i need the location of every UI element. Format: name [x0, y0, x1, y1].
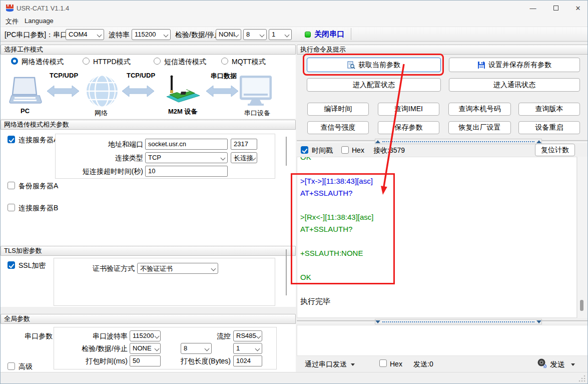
compile-time-label: 编译时间 [324, 105, 352, 114]
get-current-params-button[interactable]: 获取当前参数 [307, 58, 441, 72]
server-b-label[interactable]: 连接服务器B [19, 204, 58, 213]
radio-net-transparent-label[interactable]: 网络透传模式 [22, 58, 64, 67]
resize-grip-icon[interactable] [578, 375, 585, 382]
send-speaker-icon[interactable] [537, 357, 548, 368]
send-dropdown-arrow-icon[interactable] [571, 363, 575, 366]
com-port-select[interactable]: COM4 [66, 29, 104, 40]
get-current-params-label: 获取当前参数 [358, 61, 400, 70]
query-phone-number-button[interactable]: 查询本机号码 [448, 103, 511, 116]
query-signal-label: 查信号强度 [321, 123, 356, 132]
chevron-down-icon [155, 346, 160, 351]
baud-select[interactable]: 115200 [132, 29, 171, 40]
backup-server-a-checkbox[interactable] [8, 182, 15, 189]
radio-mqtt[interactable] [221, 58, 228, 65]
pack-time-input[interactable]: 50 [130, 355, 161, 366]
ssl-checkbox[interactable] [8, 261, 15, 269]
uart-parity-select[interactable]: NONE [130, 343, 161, 354]
send-button[interactable]: 发送 [550, 360, 565, 369]
close-port-button[interactable]: 关闭串口 [314, 30, 344, 39]
close-button[interactable]: ✕ [567, 1, 588, 16]
log-line: OK [300, 157, 576, 165]
query-imei-button[interactable]: 查询IMEI [378, 103, 439, 116]
uart-databits-select[interactable]: 8 [181, 343, 212, 354]
device-restart-button[interactable]: 设备重启 [518, 121, 580, 134]
server-port-input[interactable]: 2317 [231, 139, 257, 150]
reset-counter-button[interactable]: 复位计数 [535, 144, 575, 156]
server-a-checkbox[interactable] [8, 136, 15, 143]
ssl-label[interactable]: SSL加密 [19, 261, 46, 270]
uart-baud-select[interactable]: 115200 [130, 330, 161, 341]
maximize-button[interactable] [545, 1, 567, 16]
left-panel-scrollbar[interactable] [286, 249, 287, 295]
tls-title: TLS加密参数 [4, 246, 42, 255]
chevron-down-icon [97, 33, 102, 38]
server-b-checkbox[interactable] [8, 204, 15, 211]
recv-count: 接收:3579 [373, 146, 405, 155]
radio-sms-transparent[interactable] [154, 58, 161, 65]
conn-keep-value: 长连接 [234, 154, 253, 162]
backup-server-a-label[interactable]: 备份服务器A [19, 182, 58, 191]
short-timeout-input[interactable]: 10 [145, 166, 228, 177]
log-splitter-handle[interactable] [375, 139, 542, 144]
uart-stopbits-value: 1 [236, 344, 240, 352]
flow-select[interactable]: RS485 [233, 330, 262, 341]
recv-hex-checkbox[interactable] [341, 146, 349, 154]
menu-language[interactable]: Language [25, 17, 54, 25]
query-phone-number-label: 查询本机号码 [459, 105, 501, 114]
timestamp-label[interactable]: 时间戳 [312, 146, 333, 155]
title-bar: USR-CAT1 V1.1.4 — ✕ [1, 1, 588, 16]
serial-params-label: 串口参数 [25, 332, 53, 341]
stopbits-select[interactable]: 1 [269, 29, 292, 40]
radio-sms-transparent-label[interactable]: 短信透传模式 [164, 58, 206, 67]
conn-keep-select[interactable]: 长连接 [231, 152, 257, 163]
server-a-label[interactable]: 连接服务器A [19, 136, 58, 145]
toolbar-separator [351, 28, 351, 40]
send-hex-label[interactable]: Hex [390, 360, 402, 368]
query-signal-button[interactable]: 查信号强度 [307, 121, 369, 134]
cert-verify-select[interactable]: 不验证证书 [137, 263, 218, 274]
recv-hex-label[interactable]: Hex [352, 146, 364, 154]
send-via-serial-dropdown[interactable]: 通过串口发送 [305, 360, 347, 369]
radio-httpd-label[interactable]: HTTPD模式 [93, 58, 131, 67]
radio-httpd[interactable] [83, 58, 90, 65]
diagram-pc-label: PC [21, 107, 30, 115]
server-addr-input[interactable]: socket.usr.cn [145, 139, 228, 150]
parity-select[interactable]: NONI [216, 29, 241, 40]
factory-reset-button[interactable]: 恢复出厂设置 [448, 121, 511, 134]
advanced-checkbox[interactable] [8, 362, 15, 370]
log-scrollbar-thumb[interactable] [580, 300, 583, 311]
minimize-button[interactable]: — [522, 1, 544, 16]
collapse-up-icon [375, 140, 380, 143]
left-panel-scrollbar[interactable] [286, 137, 287, 166]
radio-net-transparent[interactable] [11, 58, 18, 65]
com-port-value: COM4 [69, 31, 88, 38]
query-version-button[interactable]: 查询版本 [518, 103, 580, 116]
radio-mqtt-label[interactable]: MQTT模式 [232, 58, 266, 67]
send-input-area[interactable] [297, 325, 588, 356]
enter-comm-state-button[interactable]: 进入通讯状态 [449, 78, 580, 92]
uart-stopbits-select[interactable]: 1 [233, 343, 262, 354]
enter-config-state-button[interactable]: 进入配置状态 [307, 78, 441, 92]
menu-file[interactable]: 文件 [6, 17, 19, 26]
arrow-left-right-icon [122, 85, 155, 98]
pack-len-input[interactable]: 1024 [233, 355, 262, 366]
log-line: AT+SSLAUTH? [300, 225, 576, 237]
conn-type-select[interactable]: TCP [145, 152, 228, 163]
databits-select[interactable]: 8 [243, 29, 267, 40]
work-mode-title: 选择工作模式 [4, 45, 43, 54]
log-output-area[interactable]: OK >[Tx->][11:38:43][asc] AT+SSLAUTH? >[… [297, 157, 577, 318]
enter-comm-state-label: 进入通讯状态 [493, 81, 535, 90]
app-window: USR-CAT1 V1.1.4 — ✕ 文件 Language [PC串口参数]… [0, 0, 588, 384]
send-splitter-handle[interactable] [375, 319, 542, 324]
dropdown-arrow-icon[interactable] [351, 363, 355, 366]
set-save-all-params-button[interactable]: 设置并保存所有参数 [449, 58, 580, 72]
diagram-link2-label: TCP/UDP [127, 72, 155, 79]
advanced-label[interactable]: 高级 [19, 362, 33, 371]
timestamp-checkbox[interactable] [301, 146, 308, 154]
log-scrollbar-track[interactable] [577, 157, 588, 318]
flow-label: 流控 [211, 332, 231, 341]
enter-config-state-label: 进入配置状态 [353, 81, 395, 90]
send-hex-checkbox[interactable] [379, 359, 387, 367]
save-params-button[interactable]: 保存参数 [378, 121, 439, 134]
compile-time-button[interactable]: 编译时间 [307, 103, 369, 116]
